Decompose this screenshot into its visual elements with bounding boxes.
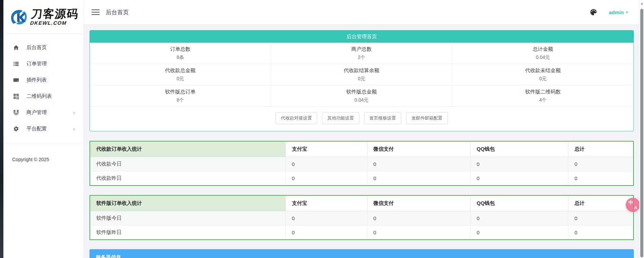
cell-value: 0 [568,225,634,240]
cell-value: 0 [367,211,470,225]
scrollbar-up-icon[interactable]: ▲ [640,2,644,5]
stat-value: 0元 [358,76,365,82]
dashboard-actions: 代收款对接设置 其他功能设置 首页模板设置 发邮件邮箱配置 [90,107,633,131]
stat-software-orders: 软件版总订单 8个 [90,85,271,107]
stat-value: 2个 [358,55,365,61]
stat-collection-unsettled: 代收款未结金额 0元 [452,64,633,85]
stat-label: 代收款未结金额 [525,67,561,74]
sidebar-item-orders[interactable]: 订单管理 [3,56,84,72]
vertical-scrollbar[interactable]: ▲ [639,0,644,258]
row-label: 软件版昨日 [90,225,285,240]
stat-total-merchants: 商户总数 2个 [271,43,452,64]
cell-value: 0 [470,225,568,240]
dashboard-panel-title: 后台管理首页 [90,30,633,43]
magnet-icon [13,109,19,115]
stat-label: 软件版总订单 [165,89,196,95]
cell-value: 0 [470,211,568,225]
chevron-right-icon: › [73,126,75,132]
cell-value: 0 [568,157,634,171]
gear-icon [13,126,19,132]
stat-total-orders: 订单总数 8条 [90,43,271,64]
column-header-wechat: 微信支付 [367,141,470,157]
column-header-alipay: 支付宝 [285,195,367,211]
topbar: 后台首页 admin ▾ [84,0,639,25]
sidebar-item-label: 二维码列表 [26,93,52,100]
stats-grid: 订单总数 8条 商户总数 2个 总计金额 0.04元 代收款总金额 0元 代收款… [90,43,633,107]
sidebar-item-label: 插件列表 [26,77,47,83]
list-icon [13,61,19,67]
brand-logo-text: 刀客源码 DKEWL.COM [30,8,79,25]
stat-label: 总计金额 [533,46,553,52]
row-label: 代收款今日 [90,157,285,171]
sidebar-item-plugins[interactable]: 插件列表 [3,72,84,88]
homepage-template-settings-button[interactable]: 首页模板设置 [364,112,401,124]
cell-value: 0 [367,171,470,186]
table-row: 软件版昨日 0 0 0 0 [90,225,633,240]
desktop-background-sliver [0,0,3,258]
stat-value: 0.04元 [536,55,550,61]
stat-collection-settled-balance: 代收款结算余额 0元 [271,64,452,85]
server-info-panel: 服务器信息 [89,249,634,258]
software-income-table: 软件版订单收入统计 支付宝 微信支付 QQ钱包 总计 软件版今日 0 0 0 0… [89,195,634,240]
scrollbar-thumb[interactable] [640,9,643,257]
sidebar: 刀客源码 DKEWL.COM 后台首页 订单管理 插件列表 二 [3,0,84,258]
column-header-total: 总计 [568,141,634,157]
cell-value: 0 [285,225,367,240]
hamburger-menu-icon[interactable] [92,8,100,17]
hdd-icon [13,77,19,83]
stat-value: 4个 [539,97,547,103]
cell-value: 0 [285,157,367,171]
server-info-title: 服务器信息 [89,249,634,258]
table-header-row: 软件版订单收入统计 支付宝 微信支付 QQ钱包 总计 [90,195,633,211]
stat-value: 8条 [177,55,184,61]
sidebar-item-home[interactable]: 后台首页 [3,39,84,56]
table-title: 代收款订单收入统计 [90,141,285,157]
stat-label: 软件版总金额 [346,89,377,95]
cell-value: 0 [285,171,367,186]
table-header-row: 代收款订单收入统计 支付宝 微信支付 QQ钱包 总计 [90,141,633,157]
column-header-qq-wallet: QQ钱包 [470,141,568,157]
table-title: 软件版订单收入统计 [90,195,285,211]
email-config-button[interactable]: 发邮件邮箱配置 [406,112,448,124]
brand-name: 刀客源码 [31,8,79,19]
other-functions-settings-button[interactable]: 其他功能设置 [322,112,359,124]
table-row: 代收款昨日 0 0 0 0 [90,171,633,186]
column-header-wechat: 微信支付 [367,195,470,211]
cell-value: 0 [568,171,634,186]
stat-label: 软件版二维码数 [525,89,561,95]
brand-domain: DKEWL.COM [30,20,78,25]
theme-palette-icon[interactable] [590,8,597,16]
column-header-alipay: 支付宝 [285,141,367,157]
sidebar-item-label: 平台配置 [26,126,47,132]
stat-collection-total: 代收款总金额 0元 [90,64,271,85]
user-dropdown[interactable]: admin ▾ [609,9,628,15]
cell-value: 0 [470,157,568,171]
stat-label: 订单总数 [170,46,190,52]
stat-software-qrcodes: 软件版二维码数 4个 [452,85,633,107]
caret-down-icon: ▾ [626,10,628,15]
brand-logo[interactable]: 刀客源码 DKEWL.COM [3,0,84,34]
table-row: 软件版今日 0 0 0 0 [90,211,633,225]
chevron-right-icon: › [73,110,75,115]
sidebar-item-qrcodes[interactable]: 二维码列表 [3,88,84,104]
stat-value: 0.04元 [355,97,368,103]
stat-value: 8个 [177,97,184,103]
translate-icon-letter: A [634,205,637,210]
cell-value: 0 [367,225,470,240]
copyright-text: Copyright © 2025 [3,144,84,162]
sidebar-item-label: 订单管理 [26,61,47,67]
translate-icon: 中 [628,200,633,206]
stat-label: 代收款总金额 [165,67,196,74]
stat-label: 商户总数 [351,46,371,52]
sidebar-menu: 后台首页 订单管理 插件列表 二维码列表 商户管理 › [3,34,84,137]
column-header-qq-wallet: QQ钱包 [470,195,568,211]
row-label: 软件版今日 [90,211,285,225]
sidebar-item-platform-config[interactable]: 平台配置 › [3,121,84,137]
main-content: 后台管理首页 订单总数 8条 商户总数 2个 总计金额 0.04元 代收款总金额… [84,25,639,258]
brand-logo-icon [9,6,29,27]
stat-value: 0元 [177,76,184,82]
translate-floating-button[interactable]: 中 A [626,198,640,212]
sidebar-item-merchants[interactable]: 商户管理 › [3,104,84,121]
collection-income-table: 代收款订单收入统计 支付宝 微信支付 QQ钱包 总计 代收款今日 0 0 0 0… [89,141,634,186]
collection-api-settings-button[interactable]: 代收款对接设置 [276,112,317,124]
